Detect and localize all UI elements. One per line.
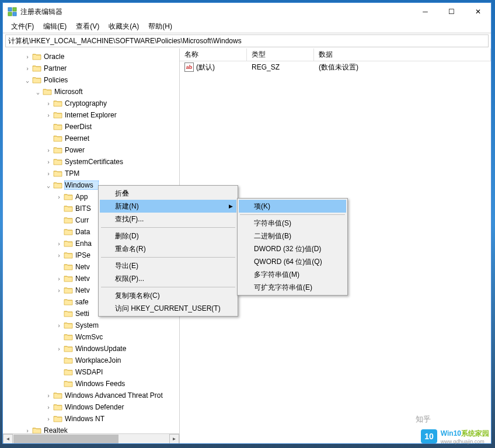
col-data[interactable]: 数据 [314, 48, 491, 61]
folder-icon [53, 111, 62, 119]
menu-item[interactable]: DWORD (32 位)值(D) [239, 242, 346, 255]
expand-icon[interactable]: › [55, 194, 62, 200]
expand-icon[interactable]: › [55, 322, 62, 329]
menu-item[interactable]: 新建(N)▶ [100, 200, 236, 213]
menu-item[interactable]: 删除(D) [100, 230, 236, 242]
tree-node-label: IPSe [75, 251, 95, 259]
col-name[interactable]: 名称 [180, 48, 247, 61]
folder-icon [32, 76, 41, 84]
collapse-icon[interactable]: ⌄ [45, 182, 52, 189]
tree-node[interactable]: ›System [3, 319, 179, 331]
maximize-button[interactable]: ☐ [438, 3, 465, 20]
expand-icon[interactable]: › [45, 393, 52, 399]
expand-icon[interactable]: › [45, 416, 52, 422]
address-bar[interactable]: 计算机\HKEY_LOCAL_MACHINE\SOFTWARE\Policies… [5, 34, 489, 47]
menu-item[interactable]: 折叠 [100, 187, 236, 200]
tree-node[interactable]: ›SystemCertificates [3, 156, 179, 168]
expand-icon[interactable]: › [45, 159, 52, 165]
menu-edit[interactable]: 编辑(E) [39, 20, 71, 33]
tree-node[interactable]: ⌄Microsoft [3, 86, 179, 98]
expand-icon[interactable]: › [55, 346, 62, 352]
tree-node-label: Cryptography [65, 99, 111, 107]
tree-scrollbar-h[interactable]: ◄ ► [3, 433, 179, 443]
scroll-right-button[interactable]: ► [169, 434, 179, 443]
menu-item[interactable]: 重命名(R) [100, 242, 236, 255]
expand-icon[interactable]: › [55, 252, 62, 259]
tree-node[interactable]: ›Cryptography [3, 98, 179, 109]
expand-icon[interactable]: › [45, 147, 52, 154]
tree-node[interactable]: ›Power [3, 144, 179, 156]
tree-node[interactable]: ›Windows Advanced Threat Prot [3, 390, 179, 401]
menu-item[interactable]: 二进制值(B) [239, 230, 346, 242]
menu-item[interactable]: 查找(F)... [100, 213, 236, 225]
menu-item[interactable]: 导出(E) [100, 259, 236, 272]
tree-node[interactable]: ›Windows NT [3, 413, 179, 425]
expand-icon[interactable]: › [45, 404, 52, 411]
titlebar[interactable]: 注册表编辑器 ─ ☐ ✕ [3, 3, 491, 20]
expand-icon[interactable]: › [55, 276, 62, 282]
expand-icon[interactable]: › [45, 171, 52, 177]
tree-node-label: Internet Explorer [65, 111, 121, 119]
tree-node[interactable]: PeerDist [3, 121, 179, 133]
minimize-button[interactable]: ─ [412, 3, 438, 20]
folder-icon [64, 193, 73, 201]
tree-node-label: Enha [75, 239, 96, 248]
tree-node[interactable]: WcmSvc [3, 331, 179, 343]
menu-item[interactable]: 权限(P)... [100, 272, 236, 285]
scroll-thumb[interactable] [13, 435, 118, 443]
menu-separator [101, 257, 235, 258]
expand-icon[interactable]: › [55, 241, 62, 247]
folder-icon [64, 228, 73, 236]
expand-icon[interactable]: › [55, 287, 62, 294]
menu-item[interactable]: 多字符串值(M) [239, 268, 346, 281]
expand-icon[interactable]: › [24, 54, 31, 60]
collapse-icon[interactable]: ⌄ [34, 89, 41, 95]
menu-item-label: 字符串值(S) [254, 218, 291, 228]
menu-item-label: 折叠 [115, 189, 129, 199]
context-menu[interactable]: 折叠新建(N)▶查找(F)...删除(D)重命名(R)导出(E)权限(P)...… [98, 185, 238, 317]
window-title: 注册表编辑器 [20, 7, 412, 17]
tree-node[interactable]: Peernet [3, 133, 179, 144]
menu-favorites[interactable]: 收藏夹(A) [104, 20, 144, 33]
menu-item-label: 访问 HKEY_CURRENT_USER(T) [115, 304, 221, 314]
menu-item[interactable]: 复制项名称(C) [100, 289, 236, 302]
menu-item[interactable]: 可扩充字符串值(E) [239, 281, 346, 294]
expand-icon[interactable]: › [45, 112, 52, 119]
tree-node-label: Windows [65, 181, 98, 189]
tree-node[interactable]: ⌄Policies [3, 74, 179, 86]
tree-node[interactable]: WorkplaceJoin [3, 355, 179, 366]
tree-node[interactable]: ›Windows Defender [3, 401, 179, 413]
menu-view[interactable]: 查看(V) [71, 20, 104, 33]
context-submenu[interactable]: 项(K)字符串值(S)二进制值(B)DWORD (32 位)值(D)QWORD … [237, 198, 348, 296]
menu-item[interactable]: QWORD (64 位)值(Q) [239, 255, 346, 268]
scroll-track[interactable] [13, 434, 169, 443]
menu-separator [240, 214, 345, 215]
tree-node[interactable]: Windows Feeds [3, 378, 179, 390]
menu-item-label: 导出(E) [115, 261, 138, 271]
folder-icon [64, 204, 73, 213]
tree-node[interactable]: ›Internet Explorer [3, 109, 179, 121]
tree-node[interactable]: ›TPM [3, 168, 179, 179]
folder-icon [32, 53, 41, 61]
menu-file[interactable]: 文件(F) [6, 20, 39, 33]
zhihu-watermark: 知乎 [416, 414, 431, 425]
tree-node[interactable]: ›WindowsUpdate [3, 343, 179, 355]
menu-item-label: DWORD (32 位)值(D) [254, 244, 321, 254]
tree-node-label: WorkplaceJoin [75, 356, 126, 364]
tree-node-label: Windows Defender [65, 403, 128, 411]
expand-icon[interactable]: › [24, 428, 31, 434]
tree-node[interactable]: ›Partner [3, 62, 179, 74]
col-type[interactable]: 类型 [247, 48, 314, 61]
menu-item[interactable]: 访问 HKEY_CURRENT_USER(T) [100, 302, 236, 315]
menu-item[interactable]: 项(K) [239, 200, 346, 213]
scroll-left-button[interactable]: ◄ [3, 434, 13, 443]
expand-icon[interactable]: › [24, 65, 31, 72]
tree-node[interactable]: ›Oracle [3, 51, 179, 62]
menu-item[interactable]: 字符串值(S) [239, 217, 346, 230]
tree-node[interactable]: WSDAPI [3, 366, 179, 378]
close-button[interactable]: ✕ [465, 3, 491, 20]
expand-icon[interactable]: › [45, 100, 52, 107]
menu-help[interactable]: 帮助(H) [144, 20, 177, 33]
collapse-icon[interactable]: ⌄ [24, 77, 31, 84]
list-row[interactable]: ab (默认) REG_SZ (数值未设置) [180, 61, 491, 73]
